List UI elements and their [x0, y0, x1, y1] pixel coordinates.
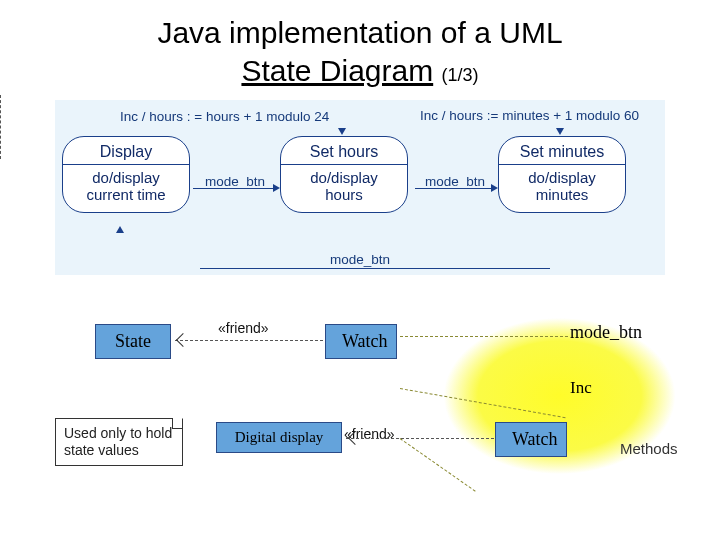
slide-title: Java implementation of a UML State Diagr…: [0, 0, 720, 95]
arrowhead-icon: [491, 184, 498, 192]
state-activity: do/display: [528, 169, 596, 186]
method-mode-btn: mode_btn: [570, 322, 642, 343]
state-name: Set hours: [291, 143, 397, 161]
class-watch-copy: Watch: [495, 422, 567, 457]
note-anchor-line: [0, 95, 1, 159]
transition-mode-btn-label: mode_btn: [205, 174, 265, 189]
note-text: Used only to hold state values: [64, 425, 172, 458]
state-set-hours: Set hours do/display hours: [280, 136, 408, 213]
self-loop-arrow-icon: [338, 128, 346, 135]
state-display: Display do/display current time: [62, 136, 190, 213]
route-line: [400, 388, 566, 418]
title-line1: Java implementation of a UML: [157, 16, 562, 49]
state-set-minutes: Set minutes do/display minutes: [498, 136, 626, 213]
state-name: Set minutes: [509, 143, 615, 161]
title-line2: State Diagram: [241, 54, 433, 87]
uml-note: Used only to hold state values: [55, 418, 183, 466]
state-activity: minutes: [536, 186, 589, 203]
transition-inc-minutes-label: Inc / hours := minutes + 1 modulo 60: [420, 108, 639, 123]
transition-line: [193, 188, 275, 189]
class-state: State: [95, 324, 171, 359]
route-line: [400, 336, 568, 337]
state-activity: do/display: [310, 169, 378, 186]
open-arrowhead-icon: [176, 333, 190, 347]
dependency-line: [175, 340, 323, 341]
transition-line: [415, 188, 493, 189]
state-name: Display: [73, 143, 179, 161]
return-arrow-icon: [116, 226, 124, 233]
state-activity: hours: [325, 186, 363, 203]
transition-mode-btn-label: mode_btn: [295, 252, 425, 267]
stereotype-friend: «friend»: [218, 320, 269, 336]
class-digital-display: Digital display: [216, 422, 342, 453]
transition-inc-hours-label: Inc / hours : = hours + 1 modulo 24: [120, 109, 329, 124]
page-indicator: (1/3): [442, 65, 479, 85]
method-inc: Inc: [570, 378, 592, 398]
state-activity: do/display: [92, 169, 160, 186]
dependency-line: [346, 438, 494, 439]
self-loop-arrow-icon: [556, 128, 564, 135]
methods-caption: Methods: [620, 440, 678, 457]
transition-line: [200, 268, 550, 269]
arrowhead-icon: [273, 184, 280, 192]
state-activity: current time: [86, 186, 165, 203]
transition-mode-btn-label: mode_btn: [425, 174, 485, 189]
class-watch: Watch: [325, 324, 397, 359]
route-line: [400, 438, 476, 492]
